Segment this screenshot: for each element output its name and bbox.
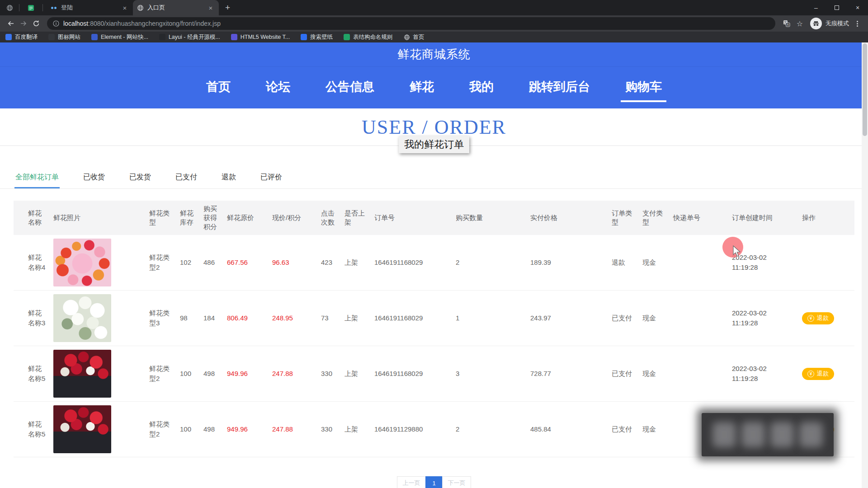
- header-cell: 订单创建时间: [728, 201, 798, 235]
- tab-title: 入口页: [147, 4, 203, 12]
- bookmark-item[interactable]: Element - 网站快...: [91, 33, 148, 41]
- header-cell: 支付类型: [639, 201, 670, 235]
- cell-pay-type: 现金: [639, 235, 670, 290]
- next-page-button[interactable]: 下一页: [442, 476, 471, 488]
- nav-item-backend[interactable]: 跳转到后台: [524, 79, 594, 102]
- globe-icon: [404, 34, 410, 40]
- yen-icon: ¥: [807, 371, 814, 377]
- cell-qty: 2: [452, 235, 527, 290]
- cell-points: 498: [200, 402, 223, 457]
- url-host: localhost: [63, 20, 88, 27]
- cell-clicks: 330: [317, 346, 341, 401]
- cell-order-no: 1646191129880: [371, 402, 452, 457]
- bookmark-star-icon[interactable]: ☆: [797, 19, 803, 28]
- bookmark-item[interactable]: 搜索壁纸: [301, 33, 333, 41]
- nav-item-home[interactable]: 首页: [202, 79, 235, 102]
- cell-tracking: [670, 346, 728, 401]
- bookmark-item[interactable]: Layui - 经典开源模...: [159, 33, 220, 41]
- created-time: 11:19:28: [732, 318, 758, 328]
- site-info-icon[interactable]: [53, 20, 59, 27]
- nav-item-notices[interactable]: 公告信息: [321, 79, 379, 102]
- tab-close-icon[interactable]: ×: [121, 4, 129, 12]
- cell-price: 96.63: [269, 235, 317, 290]
- scrollbar-thumb[interactable]: [863, 43, 867, 136]
- translate-icon[interactable]: 文A: [783, 20, 790, 27]
- bookmark-item[interactable]: 表结构命名规则: [344, 33, 393, 41]
- cell-flower-name: 鲜花名称3: [24, 291, 50, 346]
- cell-points: 184: [200, 291, 223, 346]
- nav-item-forum[interactable]: 论坛: [261, 79, 295, 102]
- forward-icon[interactable]: [17, 17, 30, 30]
- cell-orig-price: 949.96: [223, 402, 269, 457]
- header-cell: 鲜花库存: [176, 201, 200, 235]
- current-page-button[interactable]: 1: [425, 476, 443, 488]
- back-icon[interactable]: [5, 17, 17, 30]
- order-tab-paid[interactable]: 已支付: [175, 168, 198, 188]
- browser-tab[interactable]: 入口页×: [133, 0, 219, 15]
- cell-created-time: 2022-03-0211:19:28: [728, 346, 798, 401]
- bookmark-label: 表结构命名规则: [353, 33, 393, 41]
- created-time: 11:19:28: [732, 374, 758, 384]
- tab-close-icon[interactable]: ×: [207, 4, 215, 12]
- refund-label: 退款: [817, 370, 829, 378]
- cell-listed: 上架: [341, 346, 371, 401]
- cell-price: 248.95: [269, 291, 317, 346]
- created-date: 2022-03-02: [732, 364, 767, 374]
- order-tab-refund[interactable]: 退款: [221, 168, 237, 188]
- url-path: :8080/xianhuashangchengxitong/front/inde…: [88, 20, 221, 27]
- cell-qty: 1: [452, 291, 527, 346]
- bookmark-item[interactable]: 图标网站: [48, 33, 80, 41]
- order-status-tabs: 全部鲜花订单已收货已发货已支付退款已评价: [0, 168, 868, 189]
- cell-type: 鲜花类型2: [146, 235, 176, 290]
- bookmark-label: 图标网站: [58, 33, 80, 41]
- header-cell: 鲜花名称: [24, 201, 50, 235]
- order-tab-shipped[interactable]: 已发货: [128, 168, 152, 188]
- bookmark-favicon: [231, 34, 237, 40]
- cell-price: 247.88: [269, 346, 317, 401]
- order-tab-all[interactable]: 全部鲜花订单: [14, 168, 60, 188]
- refund-button[interactable]: ¥退款: [802, 312, 834, 324]
- blurred-watermark: [702, 413, 834, 456]
- bookmark-item[interactable]: HTML5 Website T...: [231, 34, 290, 40]
- nav-item-cart[interactable]: 购物车: [621, 79, 666, 102]
- cell-action: ¥退款: [798, 291, 844, 346]
- order-tab-reviewed[interactable]: 已评价: [259, 168, 283, 188]
- incognito-badge: 无痕模式: [810, 18, 849, 29]
- cell-pay-type: 现金: [639, 402, 670, 457]
- svg-text:A: A: [787, 23, 789, 26]
- maximize-button[interactable]: [826, 0, 847, 15]
- header-cell: 鲜花原价: [223, 201, 269, 235]
- browser-toolbar: localhost:8080/xianhuashangchengxitong/f…: [0, 15, 868, 32]
- close-window-button[interactable]: ×: [847, 0, 868, 15]
- bookmark-item[interactable]: 首页: [404, 33, 425, 41]
- refund-button[interactable]: ¥退款: [802, 368, 834, 380]
- pinned-tab-sheet-icon[interactable]: [28, 5, 34, 11]
- address-bar[interactable]: localhost:8080/xianhuashangchengxitong/f…: [47, 17, 775, 30]
- order-tab-received[interactable]: 已收货: [82, 168, 106, 188]
- header-cell: 订单类型: [608, 201, 639, 235]
- divider: [42, 4, 43, 11]
- yen-icon: ¥: [807, 315, 814, 322]
- cell-price: 247.88: [269, 402, 317, 457]
- cell-order-no: 1646191168029: [371, 346, 452, 401]
- cell-pay-type: 现金: [639, 291, 670, 346]
- minimize-button[interactable]: –: [806, 0, 826, 15]
- flower-photo: [53, 294, 111, 342]
- bookmark-item[interactable]: 百度翻译: [5, 33, 38, 41]
- nav-item-mine[interactable]: 我的: [465, 79, 498, 102]
- cell-qty: 3: [452, 346, 527, 401]
- page-scrollbar[interactable]: [862, 42, 868, 488]
- prev-page-button[interactable]: 上一页: [397, 476, 426, 488]
- nav-item-flowers[interactable]: 鲜花: [405, 79, 439, 102]
- tab-strip: 登陆×入口页×: [47, 0, 219, 15]
- reload-icon[interactable]: [30, 17, 42, 30]
- cell-clicks: 73: [317, 291, 341, 346]
- browser-menu-icon[interactable]: [857, 23, 858, 24]
- divider: [19, 4, 19, 11]
- cell-action: ¥退款: [798, 346, 844, 401]
- new-tab-button[interactable]: +: [225, 3, 230, 13]
- cell-created-time: 2022-03-0211:19:28: [728, 291, 798, 346]
- browser-tab[interactable]: 登陆×: [47, 0, 133, 15]
- header-cell: 实付价格: [527, 201, 608, 235]
- page-subtitle: 我的鲜花订单: [399, 136, 469, 153]
